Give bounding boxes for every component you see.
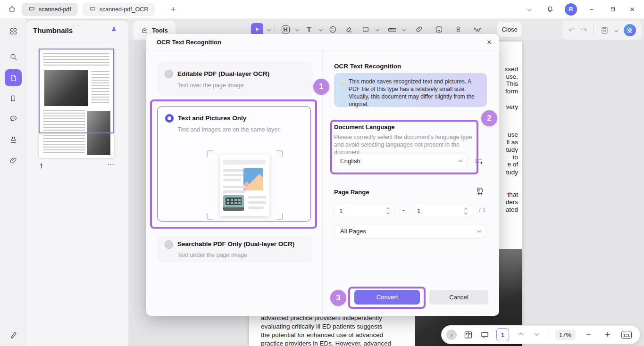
- titlebar-chevron-down-icon[interactable]: [522, 2, 536, 16]
- bookmark-icon[interactable]: [5, 90, 22, 107]
- redo-icon[interactable]: ↷: [581, 26, 587, 34]
- option-subtitle: Text over the page image: [177, 82, 243, 89]
- language-value: English: [340, 157, 360, 165]
- page-from-value: 1: [339, 207, 343, 214]
- highlighter-chevron-icon[interactable]: [295, 27, 299, 31]
- app-window: scanned-pdf scanned-pdf_OCR + R − ×: [0, 0, 644, 346]
- illustration-building: [223, 195, 244, 211]
- convert-button[interactable]: Convert: [354, 290, 420, 305]
- option-text-pictures-only[interactable]: Text and Pictures Only Text and images a…: [157, 106, 311, 222]
- range-dash: -: [402, 206, 404, 214]
- custom-language-list-icon[interactable]: [474, 156, 484, 166]
- illustration-image: [243, 168, 263, 190]
- page-text-fragment: tudy: [506, 146, 518, 153]
- status-bar: › 1 17% − + 1:1: [441, 325, 640, 344]
- range-mode-value: All Pages: [340, 228, 366, 235]
- home-button[interactable]: [5, 2, 19, 16]
- step-badge-3: 3: [330, 290, 346, 306]
- page-text-fragment: form: [505, 88, 518, 95]
- close-tools-button[interactable]: Close: [497, 22, 522, 37]
- option-searchable-pdf[interactable]: Searchable PDF Only (Dual-layer OCR) Tex…: [157, 235, 313, 263]
- expand-chevron-icon[interactable]: ›: [446, 330, 457, 340]
- page-thumbnails-icon[interactable]: [5, 69, 22, 86]
- close-window-button[interactable]: ×: [625, 2, 639, 16]
- notifications-bell-icon[interactable]: [543, 2, 557, 16]
- cursor-tool-chevron-icon[interactable]: [267, 27, 271, 31]
- stamp-icon[interactable]: [5, 131, 22, 148]
- tab-scanned-pdf[interactable]: scanned-pdf: [22, 3, 78, 16]
- page-text-fragment: use,: [506, 73, 518, 80]
- shape-tool-chevron-icon[interactable]: [376, 27, 379, 31]
- user-avatar[interactable]: R: [565, 3, 577, 16]
- page-to-input[interactable]: 1: [412, 204, 472, 218]
- ocr-mode-illustration: [158, 107, 311, 222]
- page-range-label: Page Range: [334, 189, 369, 196]
- ai-assistant-icon[interactable]: [624, 24, 636, 36]
- undo-icon[interactable]: ↶: [569, 26, 575, 34]
- language-select[interactable]: English: [334, 154, 468, 168]
- info-box: This mode saves recognized text and pict…: [334, 73, 487, 107]
- restore-window-button[interactable]: [605, 2, 619, 16]
- previous-page-icon[interactable]: [519, 333, 523, 337]
- zoom-out-icon[interactable]: −: [586, 330, 591, 339]
- page-text-fragment: very: [506, 103, 518, 110]
- title-bar: scanned-pdf scanned-pdf_OCR + R − ×: [0, 0, 644, 19]
- document-text-line: evaluating critically ill ED patients su…: [261, 323, 419, 330]
- radio-editable-pdf[interactable]: [165, 70, 173, 78]
- language-chevron-icon: [459, 158, 462, 162]
- new-tab-button[interactable]: +: [166, 2, 180, 16]
- apps-grid-icon[interactable]: [5, 23, 22, 40]
- actual-size-icon[interactable]: 1:1: [621, 331, 632, 339]
- thumbnail-page-number: 1: [40, 162, 43, 170]
- page-from-input[interactable]: 1: [334, 204, 394, 218]
- document-text-line: practice providers in EDs. However, adva…: [261, 340, 419, 346]
- zoom-level[interactable]: 17%: [555, 330, 576, 340]
- page-text-fragment: tudy: [506, 169, 518, 176]
- spinner-arrows[interactable]: [465, 208, 467, 214]
- panel-title: Thumbnails: [33, 26, 73, 34]
- tab-label: scanned-pdf_OCR: [100, 6, 149, 13]
- save-icon[interactable]: [600, 26, 609, 35]
- option-title: Searchable PDF Only (Dual-layer OCR): [177, 240, 294, 247]
- thumbnail-more-icon[interactable]: ⋯: [107, 160, 114, 169]
- thumbnails-panel: ··· Thumbnails 1 ⋯: [26, 21, 128, 346]
- page-thumbnail[interactable]: [39, 49, 114, 158]
- option-title: Editable PDF (Dual-layer OCR): [177, 70, 269, 77]
- annotation-bubble-icon[interactable]: [480, 330, 490, 340]
- page-text-fragment: This: [506, 80, 518, 87]
- page-range-settings-icon[interactable]: [475, 186, 485, 196]
- dialog-title: OCR Text Recognition: [157, 39, 221, 46]
- history-save-card: ↶ ↷: [562, 21, 642, 40]
- page-text-fragment: e of: [507, 161, 518, 168]
- next-page-icon[interactable]: [535, 332, 539, 336]
- step-badge-2: 2: [481, 110, 497, 126]
- search-icon[interactable]: [5, 48, 22, 65]
- viewport-indicator: [39, 49, 114, 133]
- save-chevron-icon[interactable]: [614, 28, 618, 32]
- page-text-fragment: use: [508, 131, 518, 138]
- step-badge-1: 1: [313, 79, 329, 95]
- text-tool-chevron-icon[interactable]: [319, 27, 323, 31]
- pin-icon[interactable]: [110, 26, 118, 34]
- document-text-line: the potential for enhanced use of advanc…: [261, 331, 419, 338]
- range-mode-select[interactable]: All Pages: [334, 224, 487, 239]
- current-page-input[interactable]: 1: [496, 328, 509, 341]
- minimize-button[interactable]: −: [585, 2, 599, 16]
- measure-tool-chevron-icon[interactable]: [402, 27, 406, 31]
- comments-icon[interactable]: [5, 110, 22, 127]
- document-tab-icon: [28, 6, 35, 13]
- signature-pen-icon[interactable]: [5, 326, 22, 343]
- attachment-paperclip-icon[interactable]: [5, 152, 22, 169]
- zoom-in-icon[interactable]: +: [605, 330, 611, 339]
- option-editable-pdf[interactable]: Editable PDF (Dual-layer OCR) Text over …: [157, 61, 313, 96]
- page-view-icon[interactable]: [463, 330, 473, 340]
- page-text-fragment: that: [507, 191, 518, 198]
- spinner-arrows[interactable]: [387, 208, 389, 214]
- dialog-close-icon[interactable]: ×: [487, 38, 492, 47]
- cancel-button[interactable]: Cancel: [429, 290, 488, 305]
- lightbulb-icon: [340, 79, 346, 85]
- radio-searchable-pdf[interactable]: [165, 240, 173, 249]
- tab-scanned-pdf-ocr[interactable]: scanned-pdf_OCR: [83, 3, 155, 16]
- option-subtitle: Text under the page image: [177, 252, 247, 258]
- document-language-help: Please correctly select the document's l…: [334, 133, 477, 156]
